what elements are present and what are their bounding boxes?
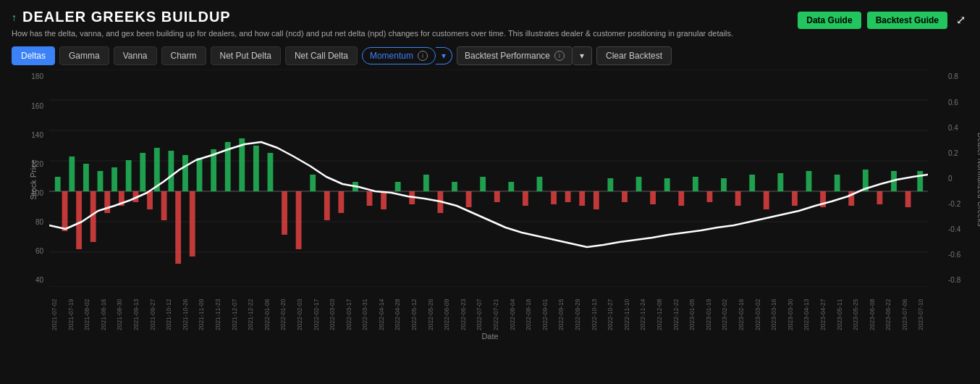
date-label: 2022-01-06 <box>263 290 271 330</box>
svg-rect-72 <box>806 171 812 191</box>
date-label: 2023-03-02 <box>754 290 761 330</box>
expand-button[interactable]: ⤢ <box>953 10 968 30</box>
y-right-tick-08: 0.8 <box>948 72 958 80</box>
date-label: 2022-11-10 <box>623 290 630 330</box>
y-axis-left-label: Stock Price <box>29 160 38 201</box>
backtest-info-icon[interactable]: i <box>554 51 565 61</box>
date-label: 2023-06-22 <box>884 290 892 330</box>
tab-gamma[interactable]: Gamma <box>59 46 109 65</box>
date-label: 2023-07-06 <box>901 290 908 330</box>
y-tick-40: 40 <box>35 276 43 284</box>
date-label: 2022-07-07 <box>476 290 483 330</box>
date-label: 2023-02-02 <box>721 290 728 330</box>
svg-rect-49 <box>480 177 486 191</box>
date-label: 2022-07-21 <box>492 290 499 330</box>
date-label: 2021-07-02 <box>51 290 58 330</box>
date-label: 2023-04-13 <box>803 290 810 330</box>
backtest-performance-label: Backtest Performance <box>465 51 550 61</box>
date-label: 2023-04-27 <box>819 290 827 330</box>
date-label: 2022-09-01 <box>541 290 549 330</box>
svg-rect-61 <box>650 191 656 204</box>
trend-arrow-icon: ↑ <box>12 12 17 23</box>
backtest-guide-button[interactable]: Backtest Guide <box>867 12 947 29</box>
svg-rect-14 <box>126 160 132 191</box>
date-label: 2021-10-12 <box>165 290 172 330</box>
clear-backtest-button[interactable]: Clear Backtest <box>596 46 672 65</box>
svg-rect-45 <box>423 175 429 191</box>
date-label: 2023-03-30 <box>787 290 794 330</box>
svg-rect-80 <box>917 171 923 191</box>
svg-rect-56 <box>579 191 585 206</box>
momentum-info-icon[interactable]: i <box>418 51 428 61</box>
svg-rect-41 <box>367 191 373 206</box>
backtest-performance-button[interactable]: Backtest Performance i <box>457 46 573 65</box>
backtest-dropdown-button[interactable]: ▾ <box>573 46 592 65</box>
tab-deltas[interactable]: Deltas <box>12 46 55 65</box>
date-label: 2022-05-12 <box>410 290 418 330</box>
date-label: 2021-09-13 <box>132 290 140 330</box>
tab-momentum[interactable]: Momentum i <box>362 47 436 64</box>
y-right-tick-0: 0 <box>948 175 952 183</box>
date-label: 2021-10-26 <box>182 290 189 330</box>
svg-rect-54 <box>551 191 557 204</box>
date-label: 2022-09-15 <box>557 290 565 330</box>
svg-rect-36 <box>296 191 302 249</box>
svg-rect-79 <box>905 191 911 207</box>
svg-rect-68 <box>749 175 755 191</box>
date-label: 2022-02-03 <box>296 290 303 330</box>
svg-rect-63 <box>678 191 684 206</box>
date-label: 2022-10-27 <box>607 290 614 330</box>
tab-charm[interactable]: Charm <box>161 46 206 65</box>
chart-container: Stock Price 180 160 140 120 100 80 60 40 <box>12 70 968 341</box>
date-label: 2022-06-09 <box>443 290 450 330</box>
svg-rect-26 <box>76 191 82 249</box>
svg-rect-28 <box>104 191 110 213</box>
svg-rect-77 <box>877 191 883 204</box>
svg-rect-65 <box>707 191 713 202</box>
svg-rect-74 <box>835 175 840 191</box>
date-label: 2022-04-14 <box>378 290 385 330</box>
date-label: 2023-02-16 <box>738 290 745 330</box>
main-chart-svg <box>49 70 928 287</box>
svg-rect-69 <box>764 191 769 209</box>
svg-rect-57 <box>594 191 599 209</box>
svg-rect-60 <box>636 177 642 191</box>
date-label: 2021-11-23 <box>214 290 221 330</box>
y-right-tick-n06: -0.6 <box>948 251 960 259</box>
date-label: 2022-08-04 <box>509 290 516 330</box>
svg-rect-31 <box>147 191 153 209</box>
svg-rect-35 <box>282 191 287 235</box>
date-label: 2022-11-24 <box>639 290 646 330</box>
date-label: 2023-05-11 <box>836 290 843 330</box>
svg-rect-47 <box>452 182 457 191</box>
date-label: 2022-10-13 <box>591 290 598 330</box>
svg-rect-55 <box>565 191 571 202</box>
svg-rect-62 <box>664 178 670 191</box>
tab-net-call-delta[interactable]: Net Call Delta <box>285 46 358 65</box>
svg-rect-33 <box>175 191 181 264</box>
svg-rect-10 <box>69 156 75 191</box>
y-tick-80: 80 <box>35 218 43 226</box>
svg-rect-59 <box>622 191 628 202</box>
date-label: 2022-08-18 <box>525 290 532 330</box>
date-label: 2022-03-31 <box>361 290 368 330</box>
svg-rect-67 <box>735 191 741 206</box>
y-right-tick-02: 0.2 <box>948 149 958 157</box>
date-label: 2021-09-27 <box>149 290 156 330</box>
momentum-dropdown-button[interactable]: ▾ <box>436 47 452 64</box>
tab-vanna[interactable]: Vanna <box>114 46 157 65</box>
date-label: 2023-07-10 <box>917 290 924 330</box>
svg-rect-25 <box>62 191 68 231</box>
date-label: 2023-03-16 <box>770 290 777 330</box>
y-right-tick-n04: -0.4 <box>948 225 960 233</box>
svg-rect-23 <box>253 146 259 191</box>
svg-rect-48 <box>466 191 472 207</box>
y-right-tick-n02: -0.2 <box>948 200 960 208</box>
date-label: 2022-12-22 <box>672 290 680 330</box>
tab-net-put-delta[interactable]: Net Put Delta <box>211 46 281 65</box>
data-guide-button[interactable]: Data Guide <box>798 12 861 29</box>
svg-rect-58 <box>607 178 613 191</box>
y-tick-140: 140 <box>31 131 43 139</box>
y-axis-right-label: Dealer Normalized Greeks <box>976 133 980 227</box>
date-label: 2023-05-25 <box>852 290 859 330</box>
